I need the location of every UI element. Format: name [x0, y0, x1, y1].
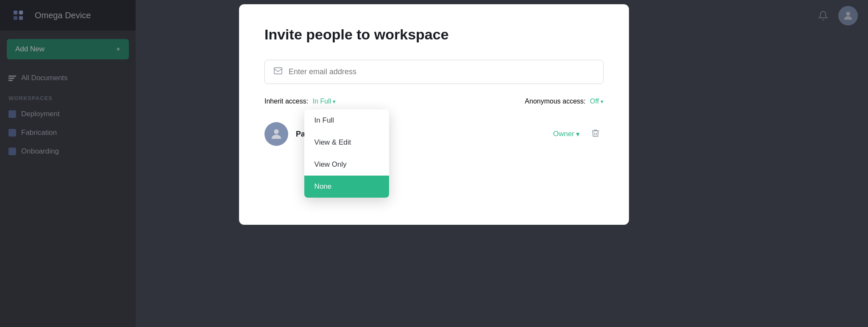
- anonymous-access-toggle[interactable]: Off ▾: [590, 98, 604, 105]
- anonymous-access-chevron: ▾: [601, 98, 604, 105]
- svg-point-2: [274, 129, 278, 134]
- inherit-access-dropdown-menu: In Full View & Edit View Only None: [304, 109, 389, 198]
- member-role-toggle[interactable]: Owner ▾: [553, 130, 580, 139]
- inherit-access-value: In Full: [313, 98, 331, 105]
- modal-overlay: Invite people to workspace Inherit acces…: [0, 0, 868, 327]
- inherit-access-label: Inherit access:: [264, 98, 308, 105]
- dropdown-option-in-full[interactable]: In Full: [304, 109, 389, 131]
- inherit-access-dropdown-container: In Full ▾ In Full View & Edit View Only …: [313, 98, 336, 105]
- dropdown-option-none[interactable]: None: [304, 176, 389, 198]
- dropdown-option-view-edit[interactable]: View & Edit: [304, 131, 389, 154]
- anonymous-access-group: Anonymous access: Off ▾: [525, 98, 604, 105]
- email-input[interactable]: [289, 67, 595, 76]
- member-avatar: [264, 122, 288, 146]
- invite-modal: Invite people to workspace Inherit acces…: [239, 4, 629, 225]
- anonymous-access-value: Off: [590, 98, 599, 105]
- email-input-wrapper[interactable]: [264, 60, 604, 84]
- dropdown-option-view-only[interactable]: View Only: [304, 154, 389, 176]
- member-role-label: Owner: [553, 130, 574, 138]
- member-delete-button[interactable]: [587, 127, 604, 142]
- anonymous-access-label: Anonymous access:: [525, 98, 585, 105]
- svg-rect-1: [274, 68, 282, 74]
- inherit-access-group: Inherit access: In Full ▾ In Full View &…: [264, 98, 336, 105]
- inherit-access-chevron: ▾: [333, 98, 336, 105]
- access-row: Inherit access: In Full ▾ In Full View &…: [264, 98, 604, 105]
- email-icon: [273, 66, 283, 78]
- inherit-access-toggle[interactable]: In Full ▾: [313, 98, 336, 105]
- modal-title: Invite people to workspace: [264, 26, 604, 43]
- member-role-chevron: ▾: [576, 130, 580, 139]
